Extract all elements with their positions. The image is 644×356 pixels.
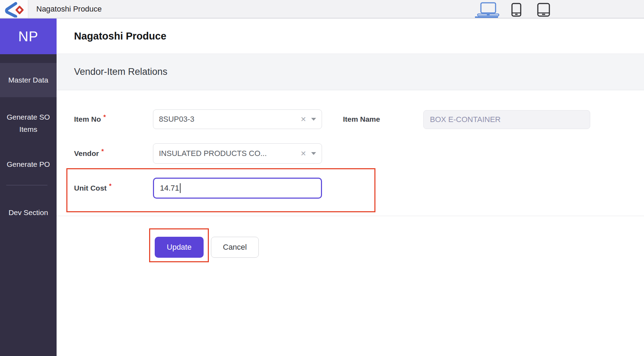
clear-icon[interactable]: ✕: [300, 149, 306, 158]
cancel-button[interactable]: Cancel: [211, 237, 259, 258]
required-asterisk: *: [109, 183, 111, 190]
active-device-indicator: [475, 16, 498, 18]
item-name-field: BOX E-CONTAINER: [423, 110, 590, 129]
required-asterisk: *: [101, 148, 104, 155]
sidebar-item-dev-section[interactable]: Dev Section: [0, 205, 57, 220]
vendor-value: INSULATED PRODUCTS CO...: [159, 149, 298, 158]
sidebar-item-master-data[interactable]: Master Data: [0, 63, 57, 97]
sidebar-item-generate-po[interactable]: Generate PO: [0, 157, 57, 172]
sidebar-item-generate-so-items[interactable]: Generate SO Items: [0, 108, 57, 139]
unit-cost-field[interactable]: 14.71: [153, 178, 322, 199]
vendor-select[interactable]: INSULATED PRODUCTS CO... ✕: [153, 143, 322, 164]
topbar-divider: [28, 0, 28, 18]
unit-cost-label: Unit Cost*: [74, 178, 111, 199]
sidebar-divider: [6, 185, 47, 185]
top-bar: Nagatoshi Produce: [0, 0, 644, 19]
main-content: Nagatoshi Produce Vendor-Item Relations …: [57, 19, 644, 356]
app-initials-logo: NP: [0, 19, 57, 54]
section-header: Vendor-Item Relations: [57, 54, 644, 90]
vendor-item-form: Item No* 8SUP03-3 ✕ Item Name BOX E-CONT…: [57, 90, 644, 216]
page-header: Nagatoshi Produce: [57, 19, 644, 54]
laptop-icon[interactable]: [477, 2, 499, 18]
tablet-icon[interactable]: [537, 3, 550, 18]
item-no-label: Item No*: [74, 109, 106, 129]
vendor-label: Vendor*: [74, 143, 104, 164]
app-logo: [0, 0, 28, 18]
form-actions: Update Cancel: [57, 216, 644, 356]
page-title: Nagatoshi Produce: [74, 30, 166, 42]
unit-cost-value: 14.71: [160, 184, 179, 193]
text-cursor: [180, 183, 181, 193]
clear-icon[interactable]: ✕: [300, 115, 306, 123]
item-name-label: Item Name: [343, 109, 380, 129]
item-no-select[interactable]: 8SUP03-3 ✕: [153, 109, 322, 129]
update-button[interactable]: Update: [155, 237, 204, 258]
chevron-down-icon[interactable]: [311, 118, 316, 121]
item-no-value: 8SUP03-3: [159, 115, 298, 124]
phone-icon[interactable]: [511, 3, 522, 18]
device-switcher: [471, 0, 555, 18]
sidebar: NP Master Data Generate SO Items Generat…: [0, 19, 57, 356]
required-asterisk: *: [103, 114, 106, 121]
chevron-down-icon[interactable]: [311, 152, 316, 155]
topbar-app-title: Nagatoshi Produce: [36, 0, 102, 18]
section-title: Vendor-Item Relations: [74, 66, 167, 77]
item-name-value: BOX E-CONTAINER: [430, 115, 501, 124]
zoho-creator-logo-icon: [4, 1, 24, 17]
